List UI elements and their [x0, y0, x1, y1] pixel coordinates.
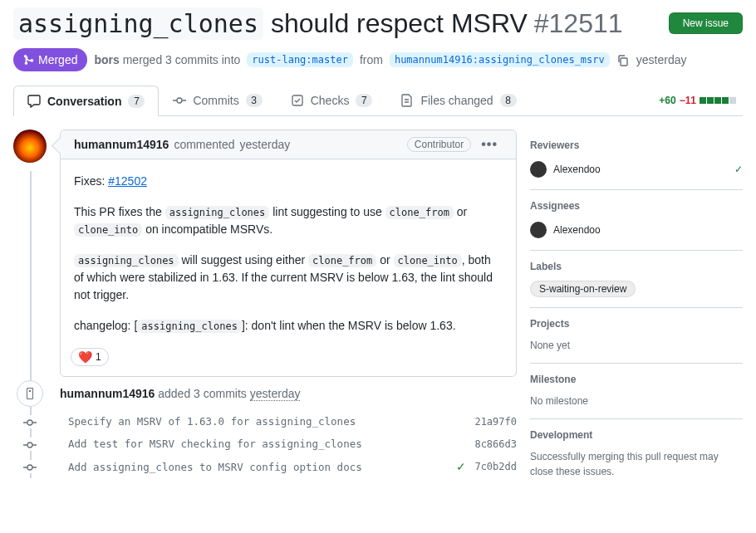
commit-dot-icon: [23, 438, 37, 451]
kebab-icon[interactable]: •••: [476, 137, 503, 152]
commit-dot-icon: [23, 460, 37, 473]
commit-message[interactable]: Add test for MSRV checking for assigning…: [68, 438, 466, 450]
tab-commits[interactable]: Commits3: [159, 85, 276, 115]
sidebar-milestone: Milestone No milestone: [530, 364, 743, 419]
tab-conversation[interactable]: Conversation7: [13, 86, 159, 116]
svg-point-5: [27, 465, 32, 470]
assignee-link[interactable]: Alexendoo: [553, 224, 601, 236]
commit-message[interactable]: Add assigning_clones to MSRV config opti…: [68, 461, 448, 473]
sidebar-projects: Projects None yet: [530, 308, 743, 364]
merge-icon: [23, 54, 35, 66]
avatar[interactable]: [530, 161, 547, 178]
check-icon: ✓: [734, 164, 743, 175]
new-issue-button[interactable]: New issue: [669, 12, 743, 34]
file-diff-icon: [400, 94, 414, 107]
check-icon: ✓: [456, 460, 466, 473]
svg-rect-0: [621, 58, 627, 66]
diffstat: +60 −11: [659, 95, 743, 106]
push-icon: [17, 380, 43, 407]
issue-link[interactable]: #12502: [108, 174, 147, 188]
commits-icon: [173, 94, 186, 107]
label-pill[interactable]: S-waiting-on-review: [530, 281, 636, 297]
reaction-heart[interactable]: ❤️1: [71, 348, 109, 366]
tab-files[interactable]: Files changed8: [386, 85, 530, 115]
base-branch[interactable]: rust-lang:master: [247, 52, 353, 67]
pr-tabs: Conversation7 Commits3 Checks7 Files cha…: [13, 85, 743, 116]
svg-point-3: [27, 420, 32, 425]
commit-sha[interactable]: 7c0b2dd: [474, 461, 517, 472]
merged-badge: Merged: [13, 48, 87, 71]
sidebar-development: Development Successfully merging this pu…: [530, 419, 743, 489]
sidebar-labels: Labels S-waiting-on-review: [530, 251, 743, 308]
commit-row: Add test for MSRV checking for assigning…: [60, 433, 517, 455]
commit-sha[interactable]: 21a97f0: [474, 416, 517, 428]
avatar[interactable]: [530, 222, 547, 238]
reviewer-link[interactable]: Alexendoo: [553, 164, 601, 175]
head-branch[interactable]: humannum14916:assigning_clones_msrv: [390, 52, 610, 67]
commit-sha[interactable]: 8c866d3: [474, 438, 517, 450]
pr-description: humannum14916 commented yesterday Contri…: [60, 130, 517, 377]
sidebar-reviewers: Reviewers Alexendoo✓: [530, 130, 743, 190]
commit-message[interactable]: Specify an MSRV of 1.63.0 for assigning_…: [68, 415, 466, 428]
role-badge: Contributor: [407, 137, 471, 152]
sidebar-assignees: Assignees Alexendoo: [530, 190, 743, 251]
checks-icon: [291, 94, 304, 107]
pr-title: assigning_clones should respect MSRV #12…: [13, 7, 623, 40]
tab-checks[interactable]: Checks7: [277, 85, 387, 115]
copy-icon[interactable]: [616, 52, 630, 66]
merge-meta: Merged bors merged 3 commits into rust-l…: [13, 43, 743, 85]
svg-rect-2: [292, 95, 302, 105]
pr-number: #12511: [534, 8, 623, 39]
svg-point-1: [177, 98, 182, 103]
commit-row: Add assigning_clones to MSRV config opti…: [60, 455, 517, 478]
svg-point-4: [27, 443, 32, 447]
timeline-added-commits: humannum14916 added 3 commits yesterday: [60, 387, 517, 400]
comment-icon: [27, 95, 41, 108]
avatar[interactable]: [13, 130, 47, 163]
commit-row: Specify an MSRV of 1.63.0 for assigning_…: [60, 410, 517, 433]
comment-author[interactable]: humannum14916: [74, 138, 169, 151]
commit-dot-icon: [23, 415, 37, 428]
